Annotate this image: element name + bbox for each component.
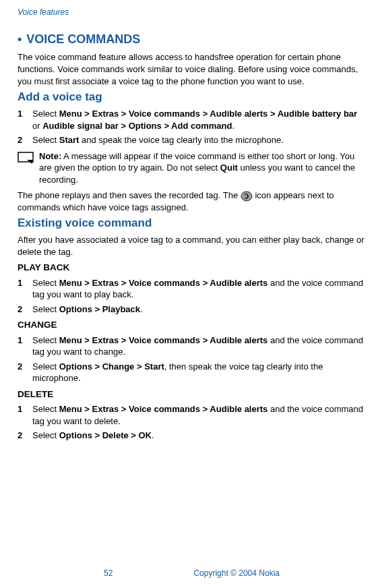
step-number: 1 bbox=[18, 277, 32, 301]
svg-point-2 bbox=[241, 192, 252, 201]
note-body: Note: A message will appear if the voice… bbox=[39, 150, 366, 186]
existing-heading: Existing voice command bbox=[18, 216, 366, 231]
title-text: VOICE COMMANDS bbox=[26, 32, 140, 46]
page-title: • VOICE COMMANDS bbox=[18, 31, 366, 47]
after-note-paragraph: The phone replays and then saves the rec… bbox=[18, 189, 366, 213]
step-text: Select Options > Change > Start, then sp… bbox=[32, 361, 366, 384]
existing-intro: After you have associated a voice tag to… bbox=[18, 234, 366, 258]
playback-step-2: 2 Select Options > Playback. bbox=[18, 303, 366, 316]
step-number: 1 bbox=[18, 108, 32, 131]
step-text: Select Options > Playback. bbox=[32, 303, 366, 316]
change-step-2: 2 Select Options > Change > Start, then … bbox=[18, 361, 366, 384]
copyright-text: Copyright © 2004 Nokia bbox=[193, 568, 280, 579]
page-footer: 52 Copyright © 2004 Nokia bbox=[18, 568, 366, 579]
delete-step-1: 1 Select Menu > Extras > Voice commands … bbox=[18, 403, 366, 427]
note-icon bbox=[18, 152, 34, 169]
voice-tag-icon bbox=[241, 191, 253, 202]
step-number: 2 bbox=[18, 134, 32, 146]
add-heading: Add a voice tag bbox=[18, 90, 366, 105]
step-number: 2 bbox=[18, 303, 32, 316]
playback-step-1: 1 Select Menu > Extras > Voice commands … bbox=[18, 277, 366, 301]
step-text: Select Start and speak the voice tag cle… bbox=[32, 134, 366, 146]
step-number: 1 bbox=[18, 403, 32, 427]
intro-paragraph: The voice command feature allows access … bbox=[18, 51, 366, 87]
step-text: Select Menu > Extras > Voice commands > … bbox=[32, 277, 366, 301]
add-step-2: 2 Select Start and speak the voice tag c… bbox=[18, 134, 366, 146]
page-number: 52 bbox=[104, 568, 113, 579]
note-block: Note: A message will appear if the voice… bbox=[18, 150, 366, 186]
add-step-1: 1 Select Menu > Extras > Voice commands … bbox=[18, 108, 366, 131]
step-number: 1 bbox=[18, 334, 32, 358]
title-bullet: • bbox=[18, 32, 22, 46]
step-text: Select Menu > Extras > Voice commands > … bbox=[32, 403, 366, 427]
step-text: Select Menu > Extras > Voice commands > … bbox=[32, 334, 366, 358]
change-heading: CHANGE bbox=[18, 319, 366, 331]
step-number: 2 bbox=[18, 361, 32, 384]
step-text: Select Menu > Extras > Voice commands > … bbox=[32, 108, 366, 131]
step-number: 2 bbox=[18, 430, 32, 442]
delete-heading: DELETE bbox=[18, 388, 366, 401]
section-header: Voice features bbox=[18, 7, 366, 18]
step-text: Select Options > Delete > OK. bbox=[32, 430, 366, 442]
playback-heading: PLAY BACK bbox=[18, 262, 366, 274]
delete-step-2: 2 Select Options > Delete > OK. bbox=[18, 430, 366, 442]
change-step-1: 1 Select Menu > Extras > Voice commands … bbox=[18, 334, 366, 358]
